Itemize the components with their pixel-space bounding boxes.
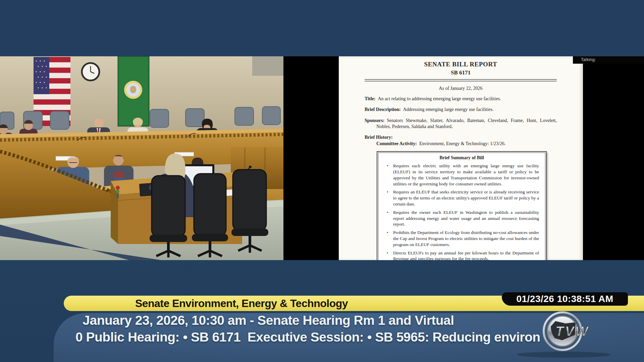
hearing-room-video [0, 56, 283, 260]
wall-vent [252, 56, 283, 76]
doc-field-label: Brief Description: [365, 107, 401, 112]
document-share-video: SENATE BILL REPORT SB 6171 As of January… [283, 56, 644, 260]
brief-summary-title: Brief Summary of Bill [384, 155, 539, 161]
doc-brief-history-label: Brief History: [365, 135, 557, 140]
doc-bill-number: SB 6171 [365, 69, 557, 76]
doc-field-brief-description: Brief Description:Addressing emerging la… [365, 107, 557, 113]
summary-bullet: Requires each electric utility with an e… [384, 163, 539, 187]
summary-bullet: Directs ELEUFs to pay an annual fee per … [384, 250, 539, 260]
broadcast-frame: SENATE BILL REPORT SB 6171 As of January… [0, 0, 644, 362]
logo-text: TVW [555, 324, 589, 339]
brief-summary-box: Brief Summary of Bill Requires each elec… [377, 151, 547, 260]
microphone-tip [249, 166, 252, 168]
summary-bullet: Prohibits the Department of Ecology from… [384, 230, 539, 247]
doc-committee-activity-label: Committee Activity: [376, 141, 417, 146]
brief-summary-bullets: Requires each electric utility with an e… [384, 163, 539, 260]
talking-label: Talking: [573, 56, 644, 63]
timestamp: 01/23/26 10:38:51 AM [502, 292, 628, 306]
doc-title: SENATE BILL REPORT [365, 60, 557, 68]
doc-field-label: Sponsors: [365, 118, 384, 123]
lower-third: January 23, 2026, 10:30 am - Senate Hear… [0, 260, 644, 362]
agenda-ticker-text: 0 Public Hearing: • SB 6171 Executive Se… [75, 330, 540, 344]
talking-indicator: Talking: [573, 56, 644, 64]
doc-field-sponsors: Sponsors:Senators Shewmake, Slatter, Alv… [365, 118, 557, 130]
hearing-room-scene [0, 56, 283, 260]
hearing-info-text: January 23, 2026, 10:30 am - Senate Hear… [83, 313, 454, 327]
doc-field-label: Title: [365, 96, 375, 101]
bill-report-page: SENATE BILL REPORT SB 6171 As of January… [339, 56, 583, 260]
doc-field-text: Senators Shewmake, Slatter, Alvarado, Ba… [376, 118, 557, 129]
doc-field-text: Addressing emerging large energy use fac… [403, 107, 494, 112]
doc-divider [365, 79, 557, 81]
timestamp-text: 01/23/26 10:38:51 AM [516, 294, 613, 304]
summary-bullet: Requires the owner each ELEUF in Washing… [384, 209, 539, 227]
logo-shadow [517, 352, 610, 358]
hearing-info-line: January 23, 2026, 10:30 am - Senate Hear… [0, 313, 537, 328]
doc-field-title: Title:An act relating to addressing emer… [365, 96, 557, 102]
doc-as-of-date: As of January 22, 2026 [365, 86, 557, 91]
wall-clock [82, 63, 99, 80]
tvw-logo: TVW [513, 305, 614, 359]
doc-committee-activity-text: Environment, Energy & Technology: 1/23/2… [419, 141, 505, 146]
doc-field-text: An act relating to addressing emerging l… [378, 96, 501, 101]
summary-bullet: Requires an ELEUF that seeks electricity… [384, 189, 539, 207]
office-chairs [150, 170, 268, 257]
committee-banner-title: Senate Environment, Energy & Technology [135, 297, 348, 309]
doc-committee-activity: Committee Activity:Environment, Energy &… [365, 141, 557, 147]
washington-flag [118, 56, 149, 126]
video-row: SENATE BILL REPORT SB 6171 As of January… [0, 56, 644, 260]
